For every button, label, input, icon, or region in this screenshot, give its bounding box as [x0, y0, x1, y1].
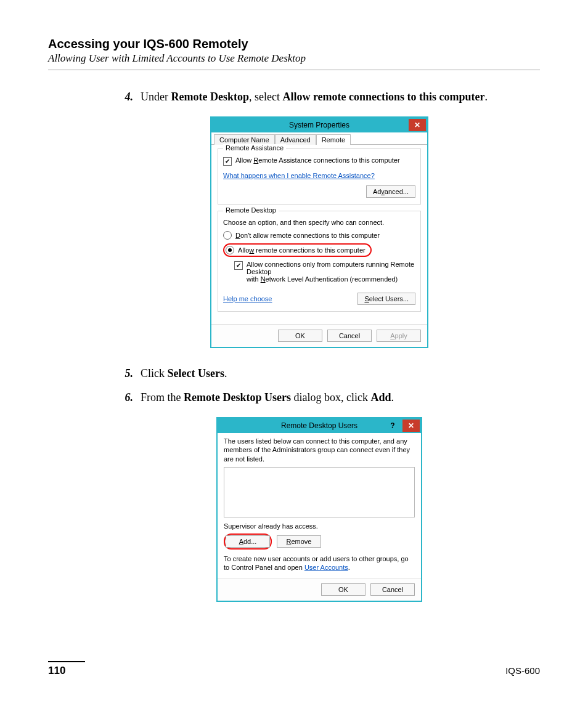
radio-icon: [223, 231, 232, 240]
page-footer: 110 IQS-600: [48, 661, 540, 677]
page-number: 110: [48, 665, 65, 677]
step-text: dialog box, click: [291, 391, 370, 404]
radio-label: Don't allow remote connections to this c…: [235, 232, 380, 239]
system-properties-dialog: System Properties ✕ Computer Name Advanc…: [210, 116, 428, 348]
access-note: Supervisor already has access.: [224, 522, 415, 530]
nla-checkbox[interactable]: ✔ Allow connections only from computers …: [234, 261, 415, 283]
step-text: From the: [141, 391, 184, 404]
remote-assistance-group: Remote Assistance ✔ Allow Remote Assista…: [218, 148, 421, 205]
remote-desktop-group: Remote Desktop Choose an option, and the…: [218, 211, 421, 312]
close-icon[interactable]: ✕: [402, 420, 420, 432]
header-rule: [48, 70, 540, 70]
step-bold: Add: [370, 391, 391, 404]
step-bold: Allow remote connections to this compute…: [282, 91, 484, 103]
create-accounts-note: To create new user accounts or add users…: [224, 554, 415, 572]
group-title: Remote Desktop: [223, 206, 279, 214]
tab-strip: Computer Name Advanced Remote: [211, 132, 427, 145]
choose-option-text: Choose an option, and then specify who c…: [223, 219, 415, 226]
checkbox-label: Allow Remote Assistance connections to t…: [235, 156, 400, 164]
step-bold: Remote Desktop Users: [184, 391, 291, 404]
step-text: Under: [141, 91, 171, 103]
step-body: From the Remote Desktop Users dialog box…: [141, 389, 523, 406]
step-body: Click Select Users.: [141, 365, 523, 382]
page-subtitle: Allowing User with Limited Accounts to U…: [48, 52, 540, 65]
step-text: .: [391, 391, 394, 404]
dialog-titlebar: Remote Desktop Users ? ✕: [218, 418, 421, 433]
help-icon[interactable]: ?: [384, 420, 401, 432]
close-icon[interactable]: ✕: [409, 119, 426, 131]
step-text: Click: [141, 367, 168, 379]
highlight-oval: Allow remote connections to this compute…: [223, 243, 372, 257]
dialog-description: The users listed below can connect to th…: [224, 437, 415, 463]
model-label: IQS-600: [505, 665, 540, 676]
dialog-titlebar: System Properties ✕: [211, 118, 427, 132]
checkbox-label: Allow connections only from computers ru…: [247, 261, 415, 283]
step-body: Under Remote Desktop, select Allow remot…: [141, 89, 523, 105]
ok-button[interactable]: OK: [321, 583, 365, 596]
ok-button[interactable]: OK: [278, 330, 322, 342]
tab-advanced[interactable]: Advanced: [275, 134, 316, 145]
step-6: 6. From the Remote Desktop Users dialog …: [116, 389, 523, 406]
remote-desktop-users-dialog: Remote Desktop Users ? ✕ The users liste…: [216, 417, 422, 602]
checkbox-icon: ✔: [223, 157, 232, 166]
step-number: 4.: [116, 89, 133, 105]
tab-remote[interactable]: Remote: [316, 134, 351, 145]
dialog-footer: OK Cancel Apply: [211, 324, 427, 347]
step-text: .: [224, 367, 227, 379]
dialog-title-text: Remote Desktop Users: [281, 421, 357, 430]
help-me-choose-link[interactable]: Help me choose: [223, 295, 272, 302]
dialog-title-text: System Properties: [289, 121, 349, 129]
dialog-footer: OK Cancel: [218, 578, 421, 601]
step-number: 5.: [116, 365, 133, 382]
select-users-button[interactable]: Select Users...: [357, 293, 415, 305]
radio-label: Allow remote connections to this compute…: [238, 246, 365, 254]
step-text: .: [485, 91, 488, 103]
radio-icon: [226, 246, 234, 254]
step-bold: Remote Desktop: [171, 91, 248, 103]
cancel-button[interactable]: Cancel: [370, 583, 415, 596]
step-number: 6.: [116, 389, 133, 406]
remote-assistance-help-link[interactable]: What happens when I enable Remote Assist…: [223, 172, 375, 179]
tab-computer-name[interactable]: Computer Name: [214, 134, 275, 145]
page-title: Accessing your IQS-600 Remotely: [48, 37, 540, 51]
allow-remote-radio[interactable]: Allow remote connections to this compute…: [226, 246, 365, 254]
step-4: 4. Under Remote Desktop, select Allow re…: [116, 89, 523, 105]
user-accounts-link[interactable]: User Accounts: [304, 564, 348, 571]
add-button[interactable]: Add...: [226, 535, 270, 548]
apply-button[interactable]: Apply: [377, 330, 421, 342]
remove-button[interactable]: Remove: [277, 535, 321, 548]
highlight-oval: Add...: [224, 533, 272, 550]
user-list[interactable]: [224, 467, 415, 517]
checkbox-icon: ✔: [234, 261, 243, 270]
step-bold: Select Users: [168, 367, 224, 379]
step-text: , select: [249, 91, 282, 103]
allow-remote-assistance-checkbox[interactable]: ✔ Allow Remote Assistance connections to…: [223, 156, 415, 166]
group-title: Remote Assistance: [223, 144, 286, 152]
dont-allow-radio[interactable]: Don't allow remote connections to this c…: [223, 231, 415, 240]
step-5: 5. Click Select Users.: [116, 365, 523, 382]
advanced-button[interactable]: Advanced...: [366, 185, 415, 198]
cancel-button[interactable]: Cancel: [327, 330, 372, 342]
